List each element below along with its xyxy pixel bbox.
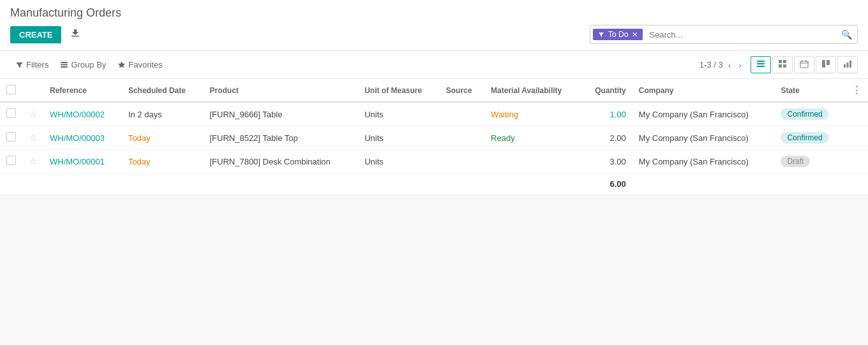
search-bar: To Do ✕ 🔍 [590,25,858,44]
svg-rect-0 [71,36,79,37]
svg-rect-18 [847,62,849,68]
favorites-label: Favorites [128,60,162,70]
col-reference[interactable]: Reference [43,79,122,102]
row-checkbox[interactable] [6,108,16,118]
favorite-star[interactable]: ☆ [29,133,37,143]
quantity-link[interactable]: 1.00 [610,110,625,119]
filters-label: Filters [26,60,49,70]
col-scheduled-date[interactable]: Scheduled Date [122,79,204,102]
filter-tag-label: To Do [608,30,628,39]
view-buttons [751,56,858,73]
create-button[interactable]: CREATE [10,26,61,43]
svg-rect-10 [783,64,786,68]
svg-rect-7 [779,60,782,63]
svg-rect-4 [757,61,765,62]
svg-rect-2 [61,64,68,66]
total-row: 6.00 [0,173,868,195]
download-button[interactable] [66,26,84,43]
material-availability-cell [484,150,581,173]
filter-todo-tag[interactable]: To Do ✕ [593,29,643,40]
state-badge: Confirmed [781,108,828,120]
uom-cell: Units [358,102,440,126]
row-checkbox[interactable] [6,156,16,165]
favorite-star[interactable]: ☆ [29,109,37,119]
source-cell [440,150,484,173]
source-cell [440,126,484,150]
state-badge: Confirmed [781,132,828,143]
source-cell [440,102,484,126]
manufacturing-orders-table: Reference Scheduled Date Product Unit of… [0,79,868,195]
filter-remove-icon[interactable]: ✕ [632,31,638,39]
pagination: 1-3 / 3 ‹ › [700,59,744,71]
reference-link[interactable]: WH/MO/00002 [50,110,105,119]
state-cell: Confirmed [774,102,845,126]
table-row[interactable]: ☆WH/MO/00003Today[FURN_8522] Table TopUn… [0,126,868,150]
next-page-button[interactable]: › [736,59,744,71]
search-input[interactable] [645,30,836,40]
svg-rect-15 [822,60,825,68]
row-extra-col [845,150,868,173]
table-container: Reference Scheduled Date Product Unit of… [0,79,868,195]
svg-rect-11 [800,61,808,68]
row-extra-col [845,102,868,126]
col-product[interactable]: Product [203,79,358,102]
col-unit-of-measure[interactable]: Unit of Measure [358,79,440,102]
scheduled-date-cell: In 2 days [122,102,204,126]
total-quantity: 6.00 [581,173,632,195]
reference-link[interactable]: WH/MO/00001 [50,157,105,166]
svg-rect-9 [779,64,782,68]
scheduled-date-cell: Today [122,126,204,150]
svg-rect-1 [61,62,68,63]
uom-cell: Units [358,126,440,150]
svg-rect-5 [757,63,765,64]
svg-rect-8 [783,60,786,63]
company-cell: My Company (San Francisco) [632,150,775,173]
quantity-cell: 2.00 [581,126,632,150]
state-cell: Draft [774,150,845,173]
row-checkbox[interactable] [6,132,16,142]
row-extra-col [845,126,868,150]
column-settings-icon[interactable]: ⋮ [851,85,862,96]
prev-page-button[interactable]: ‹ [726,59,734,71]
group-by-label: Group By [71,60,106,70]
col-quantity[interactable]: Quantity [581,79,632,102]
svg-rect-3 [61,66,68,68]
svg-rect-17 [844,64,846,68]
table-row[interactable]: ☆WH/MO/00001Today[FURN_7800] Desk Combin… [0,150,868,173]
col-company[interactable]: Company [632,79,775,102]
pagination-text: 1-3 / 3 [700,60,723,70]
action-bar: Filters Group By Favorites 1-3 / 3 ‹ › [0,51,868,79]
col-source[interactable]: Source [440,79,484,102]
uom-cell: Units [358,150,440,173]
col-material-availability[interactable]: Material Availability [484,79,581,102]
product-cell: [FURN_9666] Table [203,102,358,126]
state-cell: Confirmed [774,126,845,150]
product-cell: [FURN_8522] Table Top [203,126,358,150]
list-view-button[interactable] [751,56,771,73]
filters-button[interactable]: Filters [10,57,54,72]
product-cell: [FURN_7800] Desk Combination [203,150,358,173]
graph-view-button[interactable] [837,56,858,73]
select-all-header[interactable] [0,79,22,102]
svg-rect-6 [757,66,765,67]
table-row[interactable]: ☆WH/MO/00002In 2 days[FURN_9666] TableUn… [0,102,868,126]
favorite-star[interactable]: ☆ [29,156,37,166]
search-icon[interactable]: 🔍 [836,29,857,40]
select-all-checkbox[interactable] [6,85,16,94]
page-title: Manufacturing Orders [10,6,858,20]
reference-link[interactable]: WH/MO/00003 [50,133,105,143]
material-availability-cell: Waiting [484,102,581,126]
material-availability-cell: Ready [484,126,581,150]
col-extra: ⋮ [845,79,868,102]
scheduled-date-cell: Today [122,150,204,173]
star-header [22,79,43,102]
favorites-button[interactable]: Favorites [112,57,167,72]
kanban-view-button[interactable] [772,56,793,73]
quantity-cell: 3.00 [581,150,632,173]
svg-rect-16 [827,60,830,65]
col-state[interactable]: State [774,79,845,102]
group-by-button[interactable]: Group By [55,57,111,72]
svg-rect-19 [849,61,851,68]
pivot-view-button[interactable] [816,56,836,73]
calendar-view-button[interactable] [794,56,814,73]
